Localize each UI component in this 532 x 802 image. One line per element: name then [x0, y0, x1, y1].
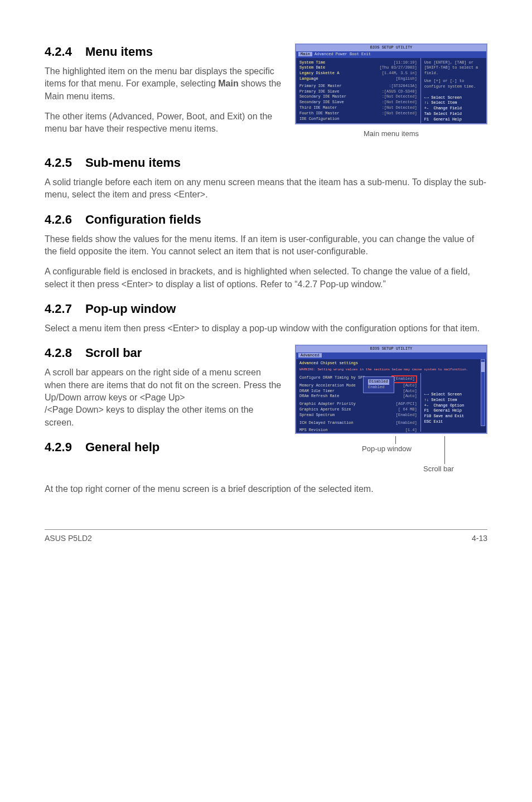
paragraph-426a: These fields show the values for the men…: [45, 233, 487, 258]
footer-right: 4-13: [472, 533, 487, 544]
heading-426: 4.2.6Configuration fields: [45, 211, 487, 229]
paragraph-425: A solid triangle before each item on any…: [45, 176, 487, 201]
bios-subheading: Advanced Chipset settings: [299, 361, 483, 366]
paragraph-426b: A configurable field is enclosed in brac…: [45, 265, 487, 291]
help-text-2: Use [+] or [-] to configure system time.: [424, 79, 483, 90]
heading-425: 4.2.5Sub-menu items: [45, 154, 487, 172]
bios-help-panel-2: ←→ Select Screen ↑↓ Select Item +- Chang…: [421, 373, 486, 432]
scrollbar: [481, 359, 485, 426]
bios-main-panel: System Time[11:10:19] System Date[Thu 03…: [296, 58, 421, 124]
bios-warning: WARNING: Setting wrong values in the sec…: [299, 368, 483, 372]
help-text-1: Use [ENTER], [TAB] or [SHIFT-TAB] to sel…: [424, 60, 483, 76]
bios-screenshot-advanced: BIOS SETUP UTILITY Advanced Advanced Chi…: [295, 345, 487, 434]
bios-tabs: Main Advanced Power Boot Exit: [296, 51, 486, 58]
bios-screenshot-main: BIOS SETUP UTILITY Main Advanced Power B…: [295, 44, 487, 124]
figure-main-menu: BIOS SETUP UTILITY Main Advanced Power B…: [295, 44, 487, 139]
figure-caption-main: Main menu items: [295, 129, 487, 139]
page-footer: ASUS P5LD2 4-13: [45, 529, 487, 544]
footer-left: ASUS P5LD2: [45, 533, 92, 544]
heading-427: 4.2.7Pop-up window: [45, 301, 487, 318]
figure-popup-scroll: BIOS SETUP UTILITY Advanced Advanced Chi…: [295, 345, 487, 483]
help-keys-2: ←→ Select Screen ↑↓ Select Item +- Chang…: [424, 392, 483, 425]
scrollbar-thumb: [481, 362, 485, 372]
bios-title: BIOS SETUP UTILITY: [296, 45, 486, 51]
bios-advanced-panel: Configure DRAM Timing by SPD[Enabled] Me…: [296, 373, 421, 432]
annotation-popup: Pop-up window: [362, 444, 412, 454]
popup-window-overlay: Disabled Enabled: [363, 376, 394, 393]
bios-tabs-2: Advanced: [296, 352, 486, 359]
bios-title-2: BIOS SETUP UTILITY: [296, 346, 486, 352]
paragraph-429: At the top right corner of the menu scre…: [45, 483, 487, 495]
paragraph-427: Select a menu item then press <Enter> to…: [45, 322, 487, 335]
help-keys: ←→ Select Screen ↑↓ Select Item +- Chang…: [424, 95, 483, 124]
annotation-scrollbar: Scroll bar: [423, 464, 454, 474]
bios-help-panel: Use [ENTER], [TAB] or [SHIFT-TAB] to sel…: [421, 58, 486, 124]
